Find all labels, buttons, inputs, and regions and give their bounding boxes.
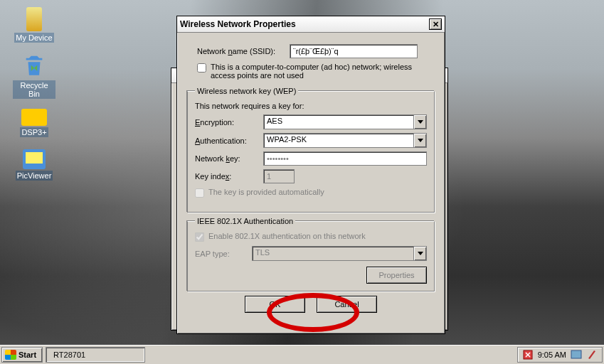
netkey-label: Network key: [195,154,263,163]
tray-network-icon[interactable] [522,349,534,360]
wep-fieldset: Wireless network key (WEP) This network … [187,87,435,213]
ssid-label: Network name (SSID): [197,47,290,55]
icon-label: DSP3+ [20,127,48,137]
task-label: RT28701 [53,350,85,359]
auth-value: WPA2-PSK [264,134,413,147]
taskbar: Start RT28701 9:05 AM [0,345,604,364]
auto-key-checkbox [195,188,204,198]
ieee-legend: IEEE 802.1X Authentication [195,217,295,225]
eap-label: EAP type: [195,250,252,258]
wep-requires-text: This network requires a key for: [195,102,427,110]
network-key-input[interactable] [263,151,427,166]
enable-8021x-checkbox [195,232,204,242]
dsp-icon [21,109,47,126]
ok-button[interactable]: OK [245,296,305,313]
tray-desktop-icon[interactable] [571,349,582,360]
enable-8021x-label: Enable 802.1X authentication on this net… [208,232,366,240]
key-index-input [263,169,295,183]
ieee-fieldset: IEEE 802.1X Authentication Enable 802.1X… [187,217,435,291]
system-tray: 9:05 AM [517,347,603,363]
clock[interactable]: 9:05 AM [538,350,566,359]
icon-label: PicViewer [16,171,53,181]
auth-label: Authentication: [195,136,263,145]
svg-rect-1 [571,350,581,358]
encryption-label: Encryption: [195,118,263,127]
taskbar-task-rt28701[interactable]: RT28701 [46,347,145,363]
dropdown-icon[interactable] [413,115,426,129]
encryption-select[interactable]: AES [263,114,427,129]
start-label: Start [18,350,36,359]
icon-label: My Device [14,33,53,43]
desktop[interactable]: My Device Recycle Bin DSP3+ PicViewer Wi… [0,0,604,345]
picviewer-icon [23,149,46,169]
wireless-properties-dialog: Wireless Network Properties ✕ Network na… [176,16,445,334]
start-button[interactable]: Start [1,347,43,363]
encryption-value: AES [264,115,413,129]
desktop-icon-dsp3[interactable]: DSP3+ [13,103,55,137]
desktop-icon-recycle-bin[interactable]: Recycle Bin [13,53,55,99]
close-icon: ✕ [433,20,439,29]
eap-select: TLS [252,246,427,261]
adhoc-label: This is a computer-to-computer (ad hoc) … [211,63,435,80]
icon-label: Recycle Bin [13,80,55,99]
device-icon [26,7,42,31]
adhoc-checkbox[interactable] [197,63,206,73]
cancel-button[interactable]: Cancel [317,296,377,313]
desktop-icon-my-device[interactable]: My Device [13,7,55,43]
ssid-input[interactable] [290,44,418,58]
eap-value: TLS [253,247,413,260]
tray-pen-icon[interactable] [586,349,598,360]
dropdown-icon [413,247,426,260]
auto-key-label: The key is provided automatically [208,188,324,196]
properties-button: Properties [366,267,427,284]
dialog-titlebar[interactable]: Wireless Network Properties ✕ [177,16,445,33]
close-button[interactable]: ✕ [429,18,442,30]
windows-logo-icon [5,350,16,360]
keyindex-label: Key index: [195,172,263,181]
dialog-title: Wireless Network Properties [180,19,296,29]
wep-legend: Wireless network key (WEP) [195,87,298,95]
recycle-icon [21,53,47,79]
auth-select[interactable]: WPA2-PSK [263,133,427,148]
desktop-icon-picviewer[interactable]: PicViewer [13,149,55,181]
dropdown-icon[interactable] [413,134,426,147]
